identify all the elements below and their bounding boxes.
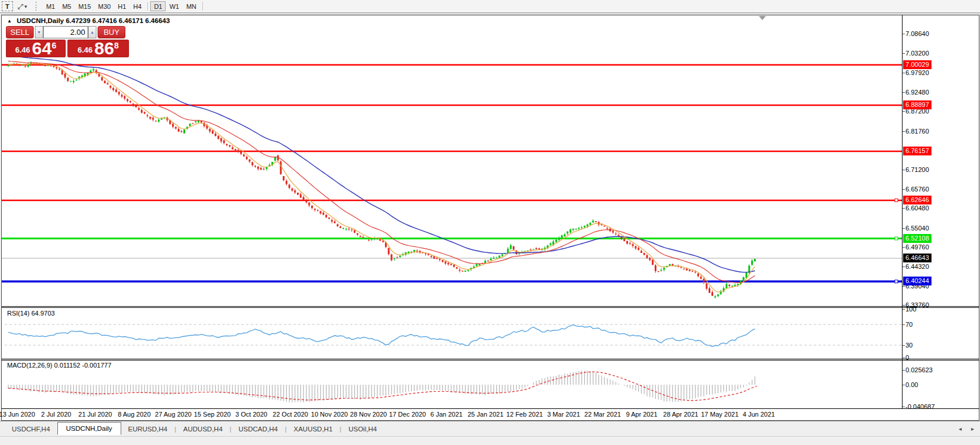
- chart-tab-xauusd[interactable]: XAUUSD,H1: [286, 423, 339, 435]
- tab-scroll-right-icon[interactable]: ▸: [971, 425, 974, 432]
- price-axis-tick[interactable]: 7.08640: [905, 30, 929, 38]
- sell-price-display[interactable]: 6.46 64 6: [6, 40, 66, 57]
- date-axis-label[interactable]: 13 Jun 2020: [0, 411, 35, 418]
- date-axis-label[interactable]: 27 Aug 2020: [155, 411, 192, 418]
- price-axis-tick[interactable]: 6.97920: [905, 69, 929, 77]
- macd-axis-tick[interactable]: 0.025623: [905, 366, 933, 374]
- collapse-arrow-icon[interactable]: ▲: [7, 18, 12, 24]
- date-axis-label[interactable]: 17 May 2021: [701, 411, 739, 418]
- date-axis-label[interactable]: 9 Apr 2021: [626, 411, 657, 418]
- buy-button[interactable]: BUY: [98, 26, 125, 38]
- chart-tab-usoil[interactable]: USOil,H4: [341, 423, 384, 435]
- date-axis-label[interactable]: 10 Nov 2020: [311, 411, 348, 418]
- chart-tab-eurusd[interactable]: EURUSD,H4: [121, 423, 174, 435]
- price-axis-tick[interactable]: 7.03200: [905, 49, 929, 57]
- level-price-tag[interactable]: 6.40244: [903, 277, 932, 285]
- ohlc-values: 6.47239 6.47416 6.46171 6.46643: [66, 17, 170, 24]
- one-click-trading-panel: SELL ▼ ▲ BUY 6.46 64 6 6.46 86 8: [6, 26, 129, 57]
- level-price-tag[interactable]: 6.76157: [903, 147, 932, 155]
- price-axis-tick[interactable]: 6.49760: [905, 243, 929, 251]
- rsi-axis-tick[interactable]: 30: [905, 341, 913, 349]
- price-axis-tick[interactable]: 6.92480: [905, 88, 929, 96]
- price-axis-tick[interactable]: 6.55040: [905, 224, 929, 232]
- price-axis-tick[interactable]: 6.65760: [905, 185, 929, 193]
- rsi-label: RSI(14) 64.9703: [7, 310, 55, 317]
- date-axis-label[interactable]: 17 Dec 2020: [389, 411, 426, 418]
- buy-price-display[interactable]: 6.46 86 8: [67, 40, 129, 57]
- date-axis-label[interactable]: 2 Jul 2020: [41, 411, 72, 418]
- macd-label: MACD(12,26,9) 0.011152 -0.001777: [7, 362, 111, 369]
- level-price-tag[interactable]: 6.88897: [903, 100, 932, 109]
- rsi-axis-tick[interactable]: 70: [905, 320, 913, 329]
- buy-price-small: 6.46: [77, 46, 92, 54]
- sell-button[interactable]: SELL: [6, 26, 34, 38]
- level-price-tag[interactable]: 6.52108: [903, 234, 932, 243]
- macd-axis-tick[interactable]: 0.00: [905, 381, 918, 389]
- price-axis-tick[interactable]: 6.81760: [905, 127, 929, 135]
- tab-scroll-left-icon[interactable]: ◂: [959, 425, 962, 432]
- date-axis-label[interactable]: 22 Mar 2021: [584, 411, 621, 418]
- price-axis-tick[interactable]: 6.60480: [905, 204, 929, 212]
- buy-price-big: 86: [95, 41, 114, 56]
- date-axis-label[interactable]: 8 Aug 2020: [118, 411, 151, 418]
- price-axis-tick[interactable]: 6.71200: [905, 165, 929, 174]
- date-axis-label[interactable]: 22 Oct 2020: [273, 411, 308, 418]
- date-axis-label[interactable]: 4 Jun 2021: [743, 411, 775, 418]
- chart-title: ▲ USDCNH,Daily 6.47239 6.47416 6.46171 6…: [7, 17, 170, 24]
- date-axis-label[interactable]: 6 Jan 2021: [431, 411, 462, 418]
- level-price-tag[interactable]: 6.62646: [903, 196, 932, 204]
- chart-tab-usdcad[interactable]: USDCAD,H4: [231, 423, 284, 435]
- current-price-tag[interactable]: 6.46643: [903, 254, 932, 262]
- chart-tab-usdchf[interactable]: USDCHF,H4: [5, 423, 57, 435]
- macd-axis-tick[interactable]: -0.040687: [905, 402, 935, 411]
- status-bar: [0, 436, 980, 445]
- rsi-axis-tick[interactable]: 0: [905, 353, 909, 362]
- date-axis-label[interactable]: 21 Jul 2020: [79, 411, 112, 418]
- date-axis-label[interactable]: 28 Nov 2020: [350, 411, 387, 418]
- chart-tab-usdcnh[interactable]: USDCNH,Daily: [57, 422, 121, 435]
- date-axis-label[interactable]: 28 Apr 2021: [663, 411, 698, 418]
- sell-price-big: 64: [32, 41, 51, 56]
- level-price-tag[interactable]: 7.00029: [903, 60, 932, 69]
- volume-increase-button[interactable]: ▲: [88, 26, 96, 38]
- date-axis-label[interactable]: 3 Mar 2021: [547, 411, 580, 418]
- date-axis-label[interactable]: 3 Oct 2020: [235, 411, 267, 418]
- chart-tab-audusd[interactable]: AUDUSD,H4: [176, 423, 229, 435]
- rsi-axis-tick[interactable]: 100: [905, 305, 916, 313]
- volume-input[interactable]: [43, 26, 88, 38]
- sell-price-sup: 6: [51, 41, 56, 50]
- price-axis-tick[interactable]: 6.44320: [905, 262, 929, 271]
- volume-decrease-button[interactable]: ▼: [35, 26, 43, 38]
- mt4-terminal: T ⤢ ▾ M1M5M15M30H1H4D1W1MN ▲ USDCNH,Dail…: [0, 0, 980, 445]
- tab-scroll-buttons: ◂ ▸: [959, 421, 974, 436]
- date-axis-label[interactable]: 25 Jan 2021: [468, 411, 504, 418]
- date-axis-label[interactable]: 12 Feb 2021: [506, 411, 543, 418]
- buy-price-sup: 8: [114, 41, 119, 50]
- spinner-down-icon: ▼: [37, 30, 41, 34]
- symbol-period-label: USDCNH,Daily: [17, 17, 64, 24]
- spinner-up-icon: ▲: [90, 30, 95, 34]
- date-axis-label[interactable]: 15 Sep 2020: [194, 411, 231, 418]
- sell-price-small: 6.46: [15, 46, 30, 54]
- chart-canvas[interactable]: [0, 0, 980, 445]
- chart-tab-bar: USDCHF,H4USDCNH,DailyEURUSD,H4|AUDUSD,H4…: [0, 421, 980, 436]
